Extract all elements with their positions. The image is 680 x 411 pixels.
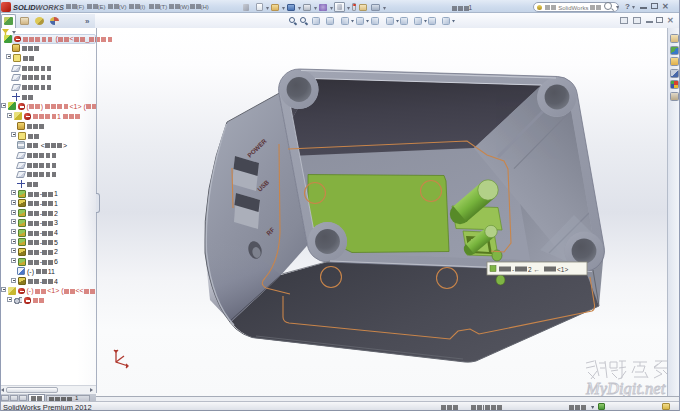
svg-text:-: - — [512, 266, 514, 273]
svg-text:<1>: <1> — [557, 266, 568, 273]
svg-text:2 ←: 2 ← — [528, 266, 540, 273]
